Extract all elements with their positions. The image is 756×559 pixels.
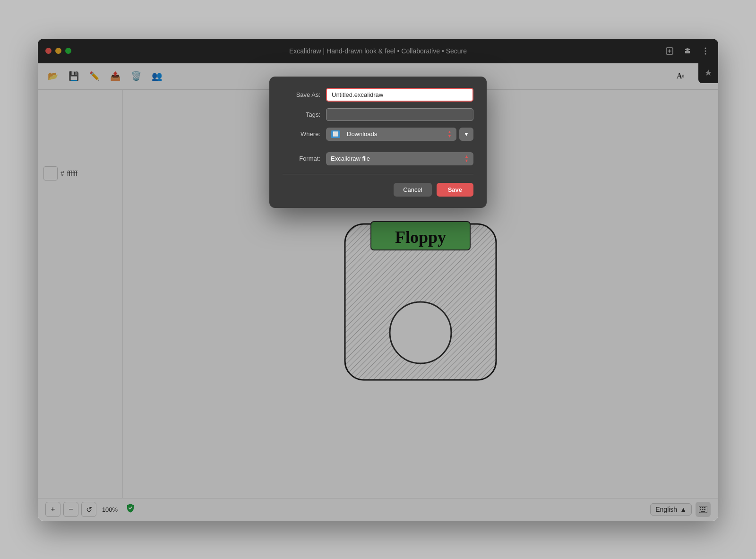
where-arrows: ▲▼ [447, 130, 452, 138]
where-row: Where: ⬜ Downloads ▲▼ ▼ [283, 128, 473, 141]
tags-label: Tags: [283, 111, 320, 118]
format-row: Format: Excalidraw file ▲▼ [283, 152, 473, 165]
tags-input[interactable] [326, 108, 473, 121]
cancel-button[interactable]: Cancel [394, 183, 431, 197]
where-expand-button[interactable]: ▼ [459, 128, 473, 141]
filename-input[interactable] [326, 88, 473, 102]
save-as-row: Save As: [283, 88, 473, 102]
save-confirm-button[interactable]: Save [437, 183, 473, 197]
dialog-divider [283, 174, 473, 174]
folder-icon-blue: ⬜ [331, 130, 340, 138]
modal-overlay: Save As: Tags: Where: ⬜ Downloads ▲▼ [38, 39, 718, 521]
save-as-label: Save As: [283, 91, 320, 98]
format-arrows: ▲▼ [464, 155, 469, 163]
format-label: Format: [283, 155, 320, 162]
format-value: Excalidraw file [331, 155, 370, 162]
folder-name: Downloads [347, 130, 377, 138]
format-select[interactable]: Excalidraw file ▲▼ [326, 152, 473, 165]
dialog-buttons: Cancel Save [283, 183, 473, 197]
where-label: Where: [283, 130, 320, 138]
chevron-down-icon: ▼ [464, 131, 469, 138]
tags-row: Tags: [283, 108, 473, 121]
app-window: Excalidraw | Hand-drawn look & feel • Co… [38, 39, 718, 521]
save-dialog: Save As: Tags: Where: ⬜ Downloads ▲▼ [269, 77, 487, 208]
where-container: ⬜ Downloads ▲▼ ▼ [326, 128, 473, 141]
where-select[interactable]: ⬜ Downloads ▲▼ [326, 128, 456, 141]
